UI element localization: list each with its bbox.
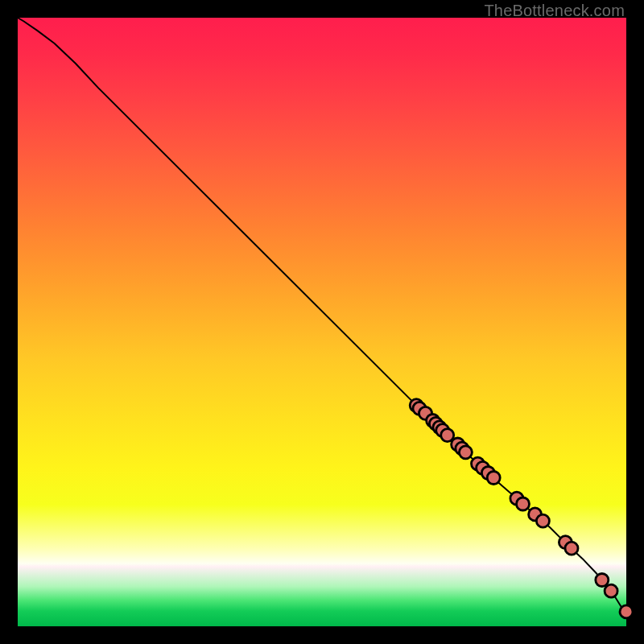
- highlight-dot: [596, 574, 609, 587]
- highlight-dot: [620, 605, 633, 618]
- chart-svg: [18, 18, 626, 626]
- highlight-dots-group: [410, 399, 633, 618]
- highlight-dot: [565, 542, 578, 555]
- highlight-dot: [459, 446, 472, 459]
- highlight-dot: [517, 497, 530, 510]
- chart-frame: [18, 18, 626, 626]
- highlight-dot: [487, 472, 500, 485]
- highlight-dot: [536, 514, 549, 527]
- watermark-text: TheBottleneck.com: [484, 2, 625, 20]
- highlight-dot: [605, 584, 617, 597]
- bottleneck-curve: [18, 18, 626, 612]
